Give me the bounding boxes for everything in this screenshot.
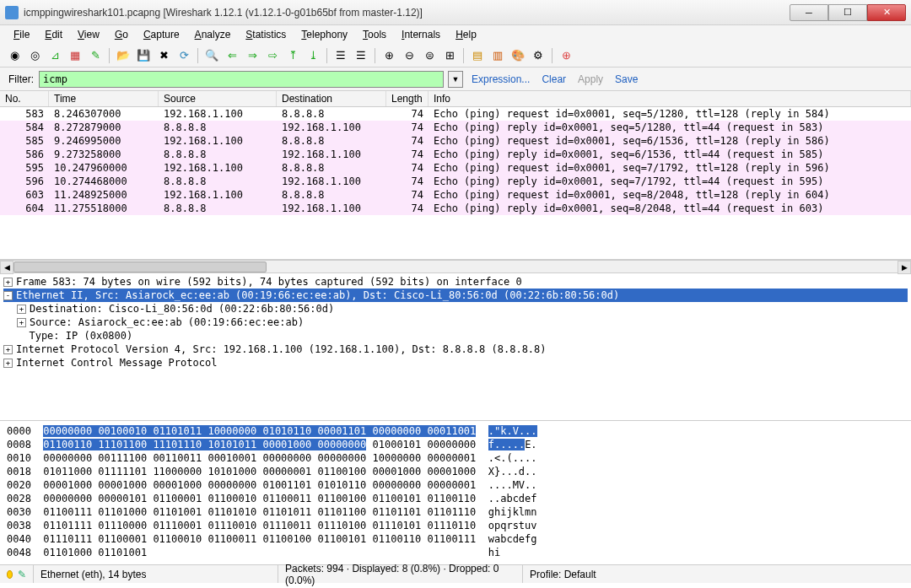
clear-button[interactable]: Clear: [538, 73, 569, 85]
close-file-icon[interactable]: ✖: [154, 46, 173, 65]
col-destination[interactable]: Destination: [277, 91, 386, 106]
menu-edit[interactable]: Edit: [38, 27, 69, 42]
restart-icon[interactable]: ⊿: [46, 46, 64, 65]
menu-capture[interactable]: Capture: [137, 27, 186, 42]
zoom-reset-icon[interactable]: ⊜: [420, 46, 439, 65]
filter-dropdown[interactable]: ▼: [448, 71, 463, 88]
jump-icon[interactable]: ⇨: [263, 46, 282, 65]
display-filter-icon[interactable]: ▥: [488, 46, 507, 65]
reload-icon[interactable]: ⟳: [175, 46, 193, 65]
hex-line[interactable]: 0000 00000000 00100010 01101011 10000000…: [7, 424, 904, 438]
auto-scroll-icon[interactable]: ☰: [352, 46, 370, 65]
col-time[interactable]: Time: [49, 91, 159, 106]
close-button[interactable]: ✕: [867, 4, 906, 21]
zoom-in-icon[interactable]: ⊕: [380, 46, 398, 65]
menu-file[interactable]: File: [7, 27, 36, 42]
packet-bytes-pane[interactable]: 0000 00000000 00100010 01101011 10000000…: [0, 421, 911, 564]
save-button[interactable]: Save: [612, 73, 641, 85]
menu-tools[interactable]: Tools: [356, 27, 393, 42]
col-info[interactable]: Info: [429, 91, 911, 106]
zoom-out-icon[interactable]: ⊖: [400, 46, 418, 65]
scroll-right-icon[interactable]: ▶: [898, 261, 911, 274]
tree-expander-icon[interactable]: +: [3, 278, 13, 287]
stop-icon[interactable]: ◎: [25, 46, 44, 65]
record-icon[interactable]: ◉: [5, 46, 24, 65]
packet-list-header[interactable]: No. Time Source Destination Length Info: [0, 91, 911, 107]
tree-text: Ethernet II, Src: Asiarock_ec:ee:ab (00:…: [16, 289, 619, 302]
packet-row[interactable]: 5838.246307000192.168.1.1008.8.8.874Echo…: [0, 107, 911, 121]
titlebar: icmppingwireshark101.pcapng [Wireshark 1…: [0, 0, 911, 25]
tree-node[interactable]: +Source: Asiarock_ec:ee:ab (00:19:66:ec:…: [3, 316, 908, 329]
open-icon[interactable]: 📂: [114, 46, 132, 65]
tree-expander-icon[interactable]: +: [17, 318, 26, 327]
hex-line[interactable]: 0018 01011000 01111101 11000000 10101000…: [7, 465, 904, 478]
prefs-icon[interactable]: ⚙: [529, 46, 547, 65]
capture-options-icon[interactable]: ✎: [86, 46, 105, 65]
tree-node[interactable]: +Internet Control Message Protocol: [3, 356, 908, 370]
back-icon[interactable]: ⇐: [223, 46, 241, 65]
tree-expander-icon[interactable]: +: [3, 345, 13, 354]
packet-row[interactable]: 59610.2744680008.8.8.8192.168.1.10074Ech…: [0, 175, 911, 188]
hex-line[interactable]: 0010 00000000 00111100 00110011 00010001…: [7, 451, 904, 465]
menu-analyze[interactable]: Analyze: [188, 27, 238, 42]
goto-first-icon[interactable]: ⤒: [283, 46, 302, 65]
tree-node[interactable]: +Internet Protocol Version 4, Src: 192.1…: [3, 343, 908, 356]
tree-node[interactable]: +Frame 583: 74 bytes on wire (592 bits),…: [3, 275, 908, 289]
packet-row[interactable]: 59510.247960000192.168.1.1008.8.8.874Ech…: [0, 161, 911, 175]
resize-cols-icon[interactable]: ⊞: [440, 46, 459, 65]
packet-row[interactable]: 5869.2732580008.8.8.8192.168.1.10074Echo…: [0, 148, 911, 161]
tree-expander-icon[interactable]: -: [3, 291, 13, 300]
hex-line[interactable]: 0020 00001000 00001000 00001000 00000000…: [7, 478, 904, 492]
save-icon[interactable]: 💾: [134, 46, 153, 65]
filter-bar: Filter: ▼ Expression... Clear Apply Save: [0, 67, 911, 91]
menu-internals[interactable]: Internals: [395, 27, 447, 42]
tree-text: Internet Protocol Version 4, Src: 192.16…: [16, 343, 547, 356]
menu-view[interactable]: View: [71, 27, 106, 42]
filter-input[interactable]: [39, 71, 444, 88]
hex-line[interactable]: 0040 01110111 01100001 01100010 01100011…: [7, 532, 904, 546]
tree-expander-icon[interactable]: +: [17, 305, 26, 314]
packet-list-hscroll[interactable]: ◀ ▶: [0, 260, 911, 273]
status-center: Packets: 994 · Displayed: 8 (0.8%) · Dro…: [278, 565, 523, 583]
packet-row[interactable]: 5859.246995000192.168.1.1008.8.8.874Echo…: [0, 134, 911, 148]
col-source[interactable]: Source: [159, 91, 277, 106]
packet-list[interactable]: No. Time Source Destination Length Info …: [0, 91, 911, 260]
edit-icon[interactable]: ✎: [18, 569, 26, 580]
hex-line[interactable]: 0028 00000000 00000101 01100001 01100010…: [7, 492, 904, 505]
help-icon[interactable]: ⊕: [557, 46, 575, 65]
hex-line[interactable]: 0048 01101000 01101001 hi: [7, 546, 904, 559]
tree-node[interactable]: Type: IP (0x0800): [3, 329, 908, 343]
packet-row[interactable]: 60411.2755180008.8.8.8192.168.1.10074Ech…: [0, 202, 911, 215]
scroll-thumb[interactable]: [13, 262, 267, 272]
menu-statistics[interactable]: Statistics: [239, 27, 293, 42]
colorize-icon[interactable]: ☰: [332, 46, 350, 65]
apply-button[interactable]: Apply: [574, 73, 606, 85]
forward-icon[interactable]: ⇒: [243, 46, 261, 65]
find-icon[interactable]: 🔍: [202, 46, 221, 65]
tree-expander-icon[interactable]: +: [3, 359, 13, 368]
hex-line[interactable]: 0030 01100111 01101000 01101001 01101010…: [7, 505, 904, 519]
menu-telephony[interactable]: Telephony: [294, 27, 354, 42]
packet-details-tree[interactable]: +Frame 583: 74 bytes on wire (592 bits),…: [0, 273, 911, 421]
col-length[interactable]: Length: [386, 91, 429, 106]
minimize-button[interactable]: ─: [790, 4, 828, 21]
capture-filter-icon[interactable]: ▤: [468, 46, 487, 65]
status-right[interactable]: Profile: Default: [523, 565, 911, 583]
menu-help[interactable]: Help: [449, 27, 483, 42]
tree-node[interactable]: -Ethernet II, Src: Asiarock_ec:ee:ab (00…: [3, 289, 908, 302]
scroll-left-icon[interactable]: ◀: [0, 261, 13, 274]
status-expert[interactable]: ✎: [0, 565, 34, 583]
maximize-button[interactable]: ☐: [828, 4, 867, 21]
tree-node[interactable]: +Destination: Cisco-Li_80:56:0d (00:22:6…: [3, 302, 908, 316]
coloring-rules-icon[interactable]: 🎨: [509, 46, 527, 65]
options-icon[interactable]: ▦: [66, 46, 84, 65]
hex-line[interactable]: 0008 01100110 11101100 11101110 10101011…: [7, 438, 904, 451]
packet-row[interactable]: 60311.248925000192.168.1.1008.8.8.874Ech…: [0, 188, 911, 202]
hex-line[interactable]: 0038 01101111 01110000 01110001 01110010…: [7, 519, 904, 532]
menu-go[interactable]: Go: [108, 27, 135, 42]
tree-text: Destination: Cisco-Li_80:56:0d (00:22:6b…: [30, 302, 334, 316]
packet-row[interactable]: 5848.2728790008.8.8.8192.168.1.10074Echo…: [0, 121, 911, 134]
col-no[interactable]: No.: [0, 91, 49, 106]
expression-button[interactable]: Expression...: [468, 73, 533, 85]
goto-last-icon[interactable]: ⤓: [304, 46, 322, 65]
